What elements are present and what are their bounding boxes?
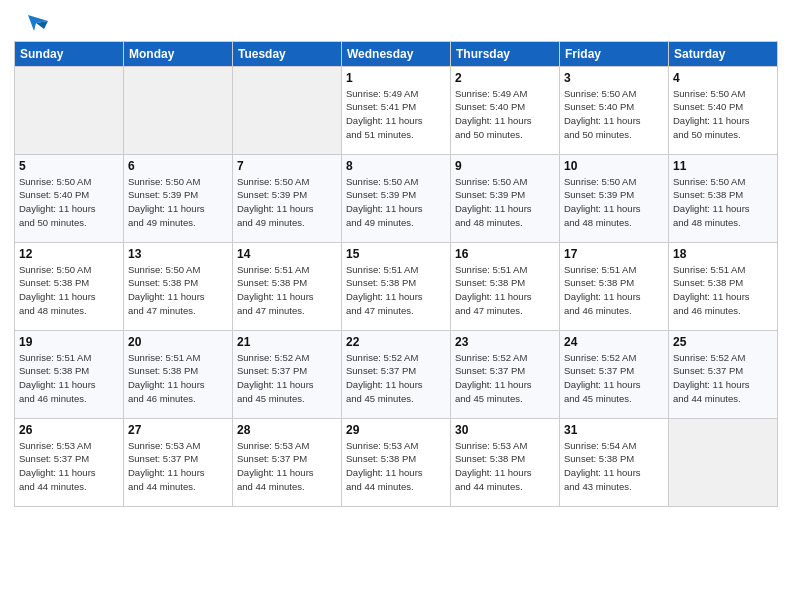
day-info: Sunrise: 5:50 AM Sunset: 5:39 PM Dayligh… [455, 175, 555, 230]
calendar-cell [15, 66, 124, 154]
day-number: 26 [19, 423, 119, 437]
day-number: 29 [346, 423, 446, 437]
day-info: Sunrise: 5:53 AM Sunset: 5:37 PM Dayligh… [237, 439, 337, 494]
calendar-cell: 24Sunrise: 5:52 AM Sunset: 5:37 PM Dayli… [560, 330, 669, 418]
day-info: Sunrise: 5:51 AM Sunset: 5:38 PM Dayligh… [237, 263, 337, 318]
day-info: Sunrise: 5:51 AM Sunset: 5:38 PM Dayligh… [564, 263, 664, 318]
day-number: 2 [455, 71, 555, 85]
day-number: 24 [564, 335, 664, 349]
day-number: 5 [19, 159, 119, 173]
calendar-cell [124, 66, 233, 154]
day-info: Sunrise: 5:52 AM Sunset: 5:37 PM Dayligh… [237, 351, 337, 406]
calendar-week-2: 5Sunrise: 5:50 AM Sunset: 5:40 PM Daylig… [15, 154, 778, 242]
day-number: 22 [346, 335, 446, 349]
calendar-cell: 17Sunrise: 5:51 AM Sunset: 5:38 PM Dayli… [560, 242, 669, 330]
day-info: Sunrise: 5:50 AM Sunset: 5:40 PM Dayligh… [673, 87, 773, 142]
day-number: 25 [673, 335, 773, 349]
calendar-cell: 8Sunrise: 5:50 AM Sunset: 5:39 PM Daylig… [342, 154, 451, 242]
calendar-week-4: 19Sunrise: 5:51 AM Sunset: 5:38 PM Dayli… [15, 330, 778, 418]
day-number: 14 [237, 247, 337, 261]
day-number: 12 [19, 247, 119, 261]
day-number: 13 [128, 247, 228, 261]
day-info: Sunrise: 5:50 AM Sunset: 5:39 PM Dayligh… [346, 175, 446, 230]
day-info: Sunrise: 5:51 AM Sunset: 5:38 PM Dayligh… [19, 351, 119, 406]
calendar-cell: 5Sunrise: 5:50 AM Sunset: 5:40 PM Daylig… [15, 154, 124, 242]
weekday-header-thursday: Thursday [451, 41, 560, 66]
day-info: Sunrise: 5:51 AM Sunset: 5:38 PM Dayligh… [128, 351, 228, 406]
day-info: Sunrise: 5:50 AM Sunset: 5:38 PM Dayligh… [673, 175, 773, 230]
calendar-cell: 25Sunrise: 5:52 AM Sunset: 5:37 PM Dayli… [669, 330, 778, 418]
calendar-cell: 22Sunrise: 5:52 AM Sunset: 5:37 PM Dayli… [342, 330, 451, 418]
calendar-cell: 12Sunrise: 5:50 AM Sunset: 5:38 PM Dayli… [15, 242, 124, 330]
calendar-cell: 6Sunrise: 5:50 AM Sunset: 5:39 PM Daylig… [124, 154, 233, 242]
calendar-cell: 31Sunrise: 5:54 AM Sunset: 5:38 PM Dayli… [560, 418, 669, 506]
calendar-cell: 13Sunrise: 5:50 AM Sunset: 5:38 PM Dayli… [124, 242, 233, 330]
logo [14, 10, 50, 35]
day-info: Sunrise: 5:53 AM Sunset: 5:38 PM Dayligh… [346, 439, 446, 494]
day-number: 23 [455, 335, 555, 349]
day-number: 20 [128, 335, 228, 349]
day-number: 19 [19, 335, 119, 349]
day-number: 28 [237, 423, 337, 437]
day-number: 27 [128, 423, 228, 437]
calendar-cell: 2Sunrise: 5:49 AM Sunset: 5:40 PM Daylig… [451, 66, 560, 154]
day-info: Sunrise: 5:50 AM Sunset: 5:40 PM Dayligh… [564, 87, 664, 142]
calendar-cell: 7Sunrise: 5:50 AM Sunset: 5:39 PM Daylig… [233, 154, 342, 242]
weekday-header-row: SundayMondayTuesdayWednesdayThursdayFrid… [15, 41, 778, 66]
day-info: Sunrise: 5:53 AM Sunset: 5:37 PM Dayligh… [128, 439, 228, 494]
day-info: Sunrise: 5:50 AM Sunset: 5:39 PM Dayligh… [128, 175, 228, 230]
calendar-cell: 18Sunrise: 5:51 AM Sunset: 5:38 PM Dayli… [669, 242, 778, 330]
weekday-header-saturday: Saturday [669, 41, 778, 66]
day-number: 3 [564, 71, 664, 85]
calendar-cell: 4Sunrise: 5:50 AM Sunset: 5:40 PM Daylig… [669, 66, 778, 154]
day-info: Sunrise: 5:50 AM Sunset: 5:40 PM Dayligh… [19, 175, 119, 230]
day-number: 1 [346, 71, 446, 85]
day-info: Sunrise: 5:51 AM Sunset: 5:38 PM Dayligh… [455, 263, 555, 318]
day-number: 31 [564, 423, 664, 437]
day-info: Sunrise: 5:53 AM Sunset: 5:37 PM Dayligh… [19, 439, 119, 494]
day-number: 17 [564, 247, 664, 261]
day-info: Sunrise: 5:49 AM Sunset: 5:40 PM Dayligh… [455, 87, 555, 142]
weekday-header-friday: Friday [560, 41, 669, 66]
calendar-cell [669, 418, 778, 506]
calendar-cell: 30Sunrise: 5:53 AM Sunset: 5:38 PM Dayli… [451, 418, 560, 506]
day-info: Sunrise: 5:53 AM Sunset: 5:38 PM Dayligh… [455, 439, 555, 494]
day-info: Sunrise: 5:52 AM Sunset: 5:37 PM Dayligh… [673, 351, 773, 406]
calendar-table: SundayMondayTuesdayWednesdayThursdayFrid… [14, 41, 778, 507]
day-info: Sunrise: 5:51 AM Sunset: 5:38 PM Dayligh… [673, 263, 773, 318]
day-number: 4 [673, 71, 773, 85]
day-info: Sunrise: 5:52 AM Sunset: 5:37 PM Dayligh… [564, 351, 664, 406]
day-number: 8 [346, 159, 446, 173]
calendar-week-5: 26Sunrise: 5:53 AM Sunset: 5:37 PM Dayli… [15, 418, 778, 506]
calendar-cell [233, 66, 342, 154]
calendar-cell: 28Sunrise: 5:53 AM Sunset: 5:37 PM Dayli… [233, 418, 342, 506]
calendar-cell: 29Sunrise: 5:53 AM Sunset: 5:38 PM Dayli… [342, 418, 451, 506]
day-info: Sunrise: 5:50 AM Sunset: 5:39 PM Dayligh… [564, 175, 664, 230]
day-number: 6 [128, 159, 228, 173]
page: SundayMondayTuesdayWednesdayThursdayFrid… [0, 0, 792, 612]
day-info: Sunrise: 5:50 AM Sunset: 5:38 PM Dayligh… [128, 263, 228, 318]
calendar-cell: 3Sunrise: 5:50 AM Sunset: 5:40 PM Daylig… [560, 66, 669, 154]
calendar-cell: 21Sunrise: 5:52 AM Sunset: 5:37 PM Dayli… [233, 330, 342, 418]
calendar-cell: 9Sunrise: 5:50 AM Sunset: 5:39 PM Daylig… [451, 154, 560, 242]
logo-text [14, 10, 48, 35]
weekday-header-monday: Monday [124, 41, 233, 66]
day-info: Sunrise: 5:52 AM Sunset: 5:37 PM Dayligh… [455, 351, 555, 406]
calendar-cell: 16Sunrise: 5:51 AM Sunset: 5:38 PM Dayli… [451, 242, 560, 330]
day-number: 7 [237, 159, 337, 173]
day-number: 11 [673, 159, 773, 173]
day-number: 9 [455, 159, 555, 173]
calendar-cell: 10Sunrise: 5:50 AM Sunset: 5:39 PM Dayli… [560, 154, 669, 242]
header [14, 10, 778, 35]
weekday-header-wednesday: Wednesday [342, 41, 451, 66]
calendar-cell: 27Sunrise: 5:53 AM Sunset: 5:37 PM Dayli… [124, 418, 233, 506]
day-number: 10 [564, 159, 664, 173]
calendar-cell: 11Sunrise: 5:50 AM Sunset: 5:38 PM Dayli… [669, 154, 778, 242]
day-info: Sunrise: 5:51 AM Sunset: 5:38 PM Dayligh… [346, 263, 446, 318]
calendar-cell: 20Sunrise: 5:51 AM Sunset: 5:38 PM Dayli… [124, 330, 233, 418]
day-info: Sunrise: 5:52 AM Sunset: 5:37 PM Dayligh… [346, 351, 446, 406]
calendar-week-1: 1Sunrise: 5:49 AM Sunset: 5:41 PM Daylig… [15, 66, 778, 154]
day-number: 18 [673, 247, 773, 261]
day-number: 21 [237, 335, 337, 349]
day-info: Sunrise: 5:49 AM Sunset: 5:41 PM Dayligh… [346, 87, 446, 142]
